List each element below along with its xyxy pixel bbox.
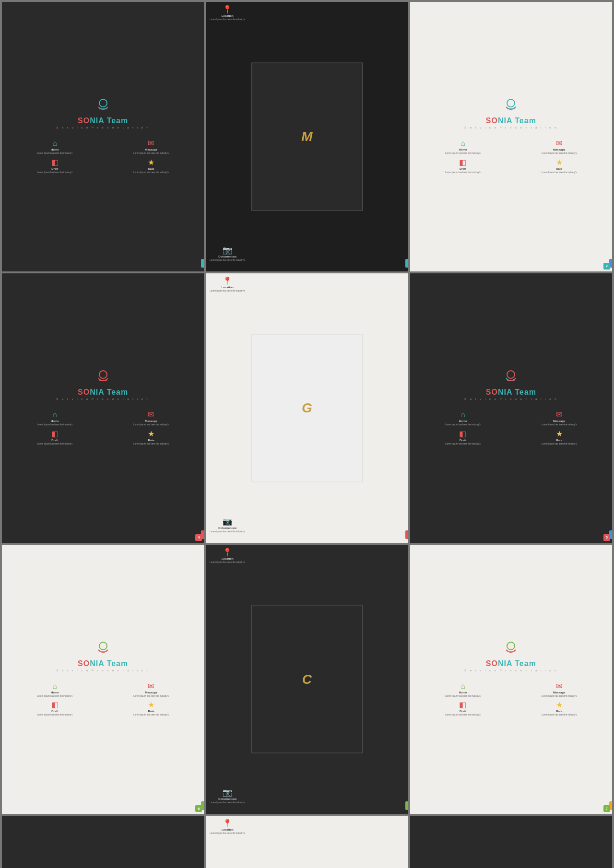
dft-dsc-3: Lorem Ipsum has been the industry's (37, 714, 73, 716)
center-cell-4: C 📍 Location Lorem Ipsum has been the in… (206, 816, 408, 868)
rat-lbl-2: Rate (148, 439, 154, 442)
mail-icon: ✉ (148, 140, 154, 147)
icon-msg-r3: ✉ Message Lorem Ipsum has been the indus… (513, 682, 605, 698)
tab-cc2 (405, 530, 408, 539)
icon-draft: ◧ Draft Lorem Ipsum has been the industr… (9, 159, 101, 174)
center-cell-1: M 📍 Location Lorem Ipsum has been the in… (206, 2, 408, 271)
rate-desc: Lorem Ipsum has been the industry's (133, 171, 169, 174)
slide-num-r3: 7 (603, 805, 610, 812)
msg-icon-2: ✉ (148, 411, 154, 419)
icon-draft-r1: ◧ Draft Lorem Ipsum has been the industr… (417, 159, 509, 174)
logo-icon (94, 97, 112, 115)
so-3: SO (78, 659, 90, 668)
msg-dsc-r1: Lorem Ipsum has been the industry's (542, 152, 577, 155)
logo-text-r3: SONIA Team (415, 659, 607, 668)
icon-msg-3: ✉ Message Lorem Ipsum has been the indus… (105, 682, 198, 698)
rate-label: Rate (148, 167, 154, 170)
home-icon: ⌂ (52, 140, 57, 147)
dft-icon-3: ◧ (51, 701, 59, 709)
loc-dsc-3: Lorem Ipsum has been the industry's (210, 561, 245, 564)
slide-3: SONIA Team S e r v i c e P r e s e n t a… (2, 545, 204, 814)
loc-dsc-4: Lorem Ipsum has been the industry's (210, 832, 245, 835)
so-r3: SO (486, 659, 498, 668)
rat-dsc-r3: Lorem Ipsum has been the industry's (542, 714, 577, 716)
logo-text-2: SONIA Team (7, 388, 199, 397)
icon-message: ✉ Message Lorem Ipsum has been the indus… (105, 140, 198, 155)
right-dok: 📷 Dokumentasi Lorem Ipsum has been the i… (210, 246, 245, 262)
loc-icon-4: 📍 (223, 820, 232, 827)
dft-lbl-r2: Draft (460, 439, 466, 442)
icon-home-2: ⌂ Home Lorem Ipsum has been the industry… (9, 411, 101, 426)
dft-icon-r2: ◧ (459, 430, 466, 438)
rat-dsc-r1: Lorem Ipsum has been the industry's (542, 171, 577, 174)
center-cell-2: G 📍 Location Lorem Ipsum has been the in… (206, 273, 408, 543)
so-r2: SO (486, 388, 498, 396)
logo-icon-r3 (502, 640, 520, 657)
msg-desc: Lorem Ipsum has been the industry's (133, 152, 169, 155)
dok-icon: 📷 (223, 246, 232, 254)
nia-r1: NIA Team (498, 117, 536, 125)
svg-point-0 (99, 99, 107, 107)
dft-lbl-r1: Draft (460, 167, 466, 170)
slide-num-r1: 2 (603, 263, 610, 270)
svg-point-4 (99, 371, 107, 378)
home-lbl-r3: Home (459, 691, 467, 694)
draft-desc: Lorem Ipsum has been the industry's (37, 171, 73, 174)
msg-lbl-3: Message (145, 691, 157, 694)
icon-home-r3: ⌂ Home Lorem Ipsum has been the industry… (417, 682, 509, 698)
nia-2: NIA Team (90, 388, 128, 396)
sub-r3: S e r v i c e P r e s e n t a t i o n (415, 669, 607, 672)
loc-icon-3: 📍 (223, 549, 232, 556)
svg-point-8 (99, 642, 107, 650)
dft-dsc-r2: Lorem Ipsum has been the industry's (445, 443, 481, 446)
rat-icon-r1: ★ (556, 159, 563, 166)
rat-icon-3: ★ (148, 701, 154, 709)
nia-r2: NIA Team (498, 388, 536, 396)
icon-rate-r3: ★ Rate Lorem Ipsum has been the industry… (513, 701, 605, 716)
icon-rate-2: ★ Rate Lorem Ipsum has been the industry… (105, 430, 198, 446)
home-label: Home (51, 148, 59, 151)
icon-rate-r2: ★ Rate Lorem Ipsum has been the industry… (513, 430, 605, 446)
so-r1: SO (486, 117, 498, 125)
right-location: 📍 Location Lorem Ipsum has been the indu… (210, 6, 245, 21)
sub-r1: S e r v i c e P r e s e n t a t i o n (415, 126, 607, 129)
msg-icon-r3: ✉ (556, 682, 562, 690)
sub-2: S e r v i c e P r e s e n t a t i o n (7, 398, 199, 400)
logo-icon-r1 (502, 97, 520, 115)
rat-dsc-r2: Lorem Ipsum has been the industry's (542, 443, 577, 446)
dft-icon-2: ◧ (51, 430, 59, 438)
icon-home-r1: ⌂ Home Lorem Ipsum has been the industry… (417, 140, 509, 155)
slide-num-r2: 5 (603, 534, 610, 541)
rat-lbl-r2: Rate (556, 439, 562, 442)
slide-1: SONIA Team S e r v i c e P r e s e n t a… (2, 2, 204, 271)
slide-tab-1 (201, 259, 204, 268)
msg-dsc-r3: Lorem Ipsum has been the industry's (542, 695, 577, 698)
dok-icon-2: 📷 (223, 518, 232, 526)
icon-rate-r1: ★ Rate Lorem Ipsum has been the industry… (513, 159, 605, 174)
dok-lbl-2: Dokumentasi (218, 527, 236, 529)
slide-r2: SONIA Team S e r v i c e P r e s e n t a… (410, 273, 612, 543)
dok-lbl-3: Dokumentasi (218, 798, 236, 800)
loc-item-3: 📍 Location Lorem Ipsum has been the indu… (210, 549, 245, 564)
icon-home: ⌂ Home Lorem Ipsum has been the industry… (9, 140, 101, 155)
loc-icon-2: 📍 (223, 277, 232, 285)
home-desc: Lorem Ipsum has been the industry's (37, 152, 73, 155)
msg-dsc-3: Lorem Ipsum has been the industry's (133, 695, 169, 698)
dok-item-2: 📷 Dokumentasi Lorem Ipsum has been the i… (210, 518, 245, 533)
slide-grid: SONIA Team S e r v i c e P r e s e n t a… (0, 0, 614, 868)
msg-lbl-2: Message (145, 420, 157, 422)
msg-lbl-r1: Message (553, 148, 565, 151)
logo-icon-2 (94, 369, 112, 386)
icon-msg-r2: ✉ Message Lorem Ipsum has been the indus… (513, 411, 605, 426)
icon-msg-2: ✉ Message Lorem Ipsum has been the indus… (105, 411, 198, 426)
icon-msg-r1: ✉ Message Lorem Ipsum has been the indus… (513, 140, 605, 155)
draft-label: Draft (51, 167, 58, 170)
home-dsc-r1: Lorem Ipsum has been the industry's (445, 152, 481, 155)
icon-home-3: ⌂ Home Lorem Ipsum has been the industry… (9, 682, 101, 698)
dft-icon-r1: ◧ (459, 159, 466, 166)
icon-draft-r3: ◧ Draft Lorem Ipsum has been the industr… (417, 701, 509, 716)
loc-icon: 📍 (223, 6, 232, 13)
rate-icon: ★ (148, 159, 154, 166)
home-lbl-3: Home (51, 691, 59, 694)
logo-icon-r2 (502, 369, 520, 386)
